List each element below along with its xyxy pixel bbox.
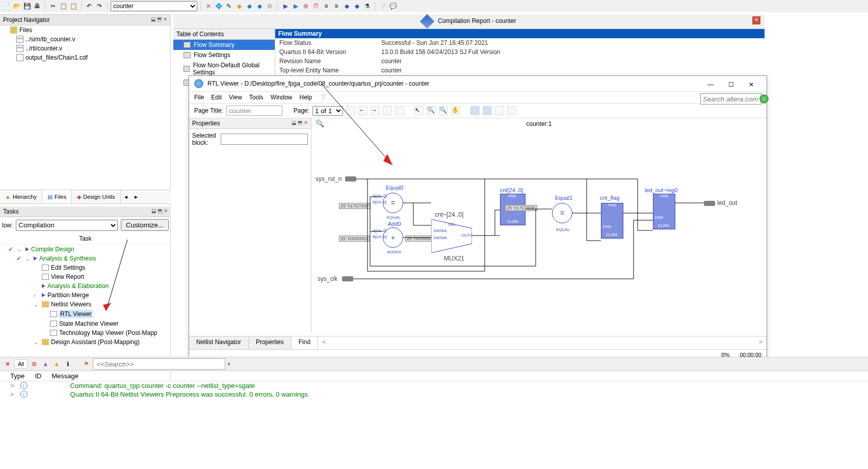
- tool-icon[interactable]: ◆: [255, 2, 264, 11]
- zoom-in-icon[interactable]: 🔍: [427, 106, 436, 115]
- task-item[interactable]: Analysis & Elaboration: [0, 281, 170, 291]
- critical-warning-icon[interactable]: ▲: [41, 359, 50, 369]
- clock-icon[interactable]: ⏱: [311, 2, 321, 11]
- minimize-button[interactable]: —: [700, 78, 721, 92]
- tool-icon[interactable]: ✕: [204, 2, 213, 11]
- expand-icon[interactable]: ⌄: [17, 247, 23, 252]
- tool-icon[interactable]: ◆: [342, 2, 351, 11]
- error-icon[interactable]: ⊘: [30, 359, 39, 369]
- menu-view[interactable]: View: [229, 94, 242, 101]
- back-icon[interactable]: ←: [358, 106, 367, 115]
- tool-icon[interactable]: ◆: [352, 2, 361, 11]
- tool-icon[interactable]: ≡: [332, 2, 341, 11]
- flow-select[interactable]: Compilation: [16, 220, 118, 231]
- schematic-canvas[interactable]: 🔍 counter:1 sys_rst_n sys_clk led_out Eq…: [311, 118, 767, 332]
- toc-flow-summary[interactable]: Flow Summary: [173, 40, 275, 50]
- rtl-viewer-window[interactable]: RTL Viewer - D:/Desktop/fire_fpga_code/0…: [189, 75, 767, 360]
- forward-icon[interactable]: →: [371, 106, 380, 115]
- open-icon[interactable]: 📂: [12, 2, 21, 11]
- menu-help[interactable]: Help: [300, 94, 312, 101]
- tab-scroll-right[interactable]: ▸: [131, 190, 141, 203]
- tab-netlist-navigator[interactable]: Netlist Navigator: [189, 336, 249, 349]
- copy-icon[interactable]: 📋: [59, 2, 68, 11]
- hand-icon[interactable]: ✋: [451, 106, 460, 115]
- task-item[interactable]: ⌄Design Assistant (Post-Mapping): [0, 337, 170, 347]
- print-icon[interactable]: 🖶: [33, 2, 42, 11]
- task-tree[interactable]: ✓⌄Compile Design✓⌄Analysis & SynthesisEd…: [0, 245, 171, 347]
- info-icon[interactable]: ℹ: [63, 359, 72, 369]
- dropdown-icon[interactable]: ▾: [227, 360, 230, 368]
- task-item[interactable]: Technology Map Viewer (Post-Mapp: [0, 328, 170, 337]
- tool-icon[interactable]: ▶: [291, 2, 300, 11]
- files-root[interactable]: Files: [0, 25, 170, 35]
- globe-icon[interactable]: [759, 94, 769, 103]
- menu-file[interactable]: File: [194, 94, 204, 101]
- tool-icon[interactable]: ◆: [234, 2, 244, 11]
- scroll-left-icon[interactable]: <: [318, 336, 330, 349]
- warning-icon[interactable]: ▲: [52, 359, 61, 369]
- cut-icon[interactable]: ✂: [48, 2, 58, 11]
- toolbar-icon[interactable]: [470, 106, 480, 115]
- magnifier-icon[interactable]: 🔍: [315, 119, 324, 127]
- zoom-out-icon[interactable]: 🔍: [439, 106, 448, 115]
- project-combo[interactable]: counter: [111, 1, 197, 11]
- panel-controls[interactable]: ⬓ ⬒ ✕: [151, 16, 167, 23]
- task-item[interactable]: ›Partition Merge: [0, 291, 170, 300]
- tab-design-units[interactable]: ◆Design Units: [72, 190, 120, 203]
- paste-icon[interactable]: 📋: [69, 2, 78, 11]
- tab-hierarchy[interactable]: ▲Hierarchy: [0, 190, 42, 203]
- toolbar-icon[interactable]: [383, 106, 392, 115]
- new-icon[interactable]: 📄: [2, 2, 11, 11]
- comparator-block[interactable]: =: [552, 203, 572, 223]
- file-item[interactable]: ../sim/tb_counter.v: [0, 35, 170, 44]
- file-item[interactable]: ../rtl/counter.v: [0, 44, 170, 53]
- menu-edit[interactable]: Edit: [211, 94, 222, 101]
- stop-icon[interactable]: ⊘: [265, 2, 274, 11]
- customize-button[interactable]: Customize...: [121, 219, 169, 231]
- tool-icon[interactable]: ⊕: [301, 2, 310, 11]
- save-icon[interactable]: 💾: [22, 2, 32, 11]
- filter-icon[interactable]: ✕: [3, 359, 12, 369]
- scroll-right-icon[interactable]: >: [755, 336, 767, 349]
- close-icon[interactable]: ✕: [752, 16, 760, 24]
- help-icon[interactable]: ❔: [319, 94, 327, 101]
- search-altera-input[interactable]: [700, 93, 761, 105]
- page-select[interactable]: 1 of 1: [312, 106, 343, 116]
- selected-block-input[interactable]: [221, 134, 308, 145]
- toolbar-icon[interactable]: [395, 106, 404, 115]
- file-item[interactable]: output_files/Chain1.cdf: [0, 53, 170, 62]
- play-icon[interactable]: ▶: [281, 2, 290, 11]
- pointer-icon[interactable]: ↖: [414, 106, 424, 115]
- page-title-input[interactable]: [226, 106, 282, 116]
- panel-controls[interactable]: ⬓ ⬒ ✕: [151, 208, 168, 215]
- toolbar-icon[interactable]: [507, 106, 516, 115]
- tab-properties[interactable]: Properties: [249, 336, 292, 349]
- rtl-titlebar[interactable]: RTL Viewer - D:/Desktop/fire_fpga_code/0…: [189, 76, 767, 92]
- tool-icon[interactable]: ◆: [245, 2, 254, 11]
- message-row[interactable]: > i Command: quartus_rpp counter -c coun…: [0, 381, 868, 390]
- expand-icon[interactable]: ›: [34, 293, 40, 298]
- task-item[interactable]: State Machine Viewer: [0, 319, 170, 328]
- toc-flow-settings[interactable]: Flow Settings: [173, 50, 275, 60]
- flag-icon[interactable]: ⚑: [82, 359, 91, 369]
- close-button[interactable]: ✕: [741, 78, 761, 92]
- toolbar-icon[interactable]: [346, 106, 355, 115]
- task-item[interactable]: View Report: [0, 272, 170, 281]
- tool-icon[interactable]: ⚗: [362, 2, 372, 11]
- task-item[interactable]: RTL Viewer: [0, 309, 170, 319]
- menu-window[interactable]: Window: [271, 94, 293, 101]
- tool-icon[interactable]: 💬: [388, 2, 398, 11]
- redo-icon[interactable]: ↷: [95, 2, 104, 11]
- panel-controls[interactable]: ⬓ ⬒ ✕: [292, 120, 308, 127]
- tool-icon[interactable]: 💠: [214, 2, 223, 11]
- undo-icon[interactable]: ↶: [85, 2, 94, 11]
- task-item[interactable]: ⌄Netlist Viewers: [0, 300, 170, 309]
- expand-icon[interactable]: ⌄: [25, 256, 32, 262]
- task-item[interactable]: ✓⌄Compile Design: [0, 245, 170, 254]
- expand-icon[interactable]: ⌄: [34, 340, 40, 345]
- task-item[interactable]: ✓⌄Analysis & Synthesis: [0, 254, 170, 263]
- tool-icon[interactable]: ≡: [322, 2, 331, 11]
- help-icon[interactable]: ❔: [378, 2, 387, 11]
- maximize-button[interactable]: ☐: [721, 78, 741, 92]
- tab-files[interactable]: ▤Files: [42, 190, 72, 203]
